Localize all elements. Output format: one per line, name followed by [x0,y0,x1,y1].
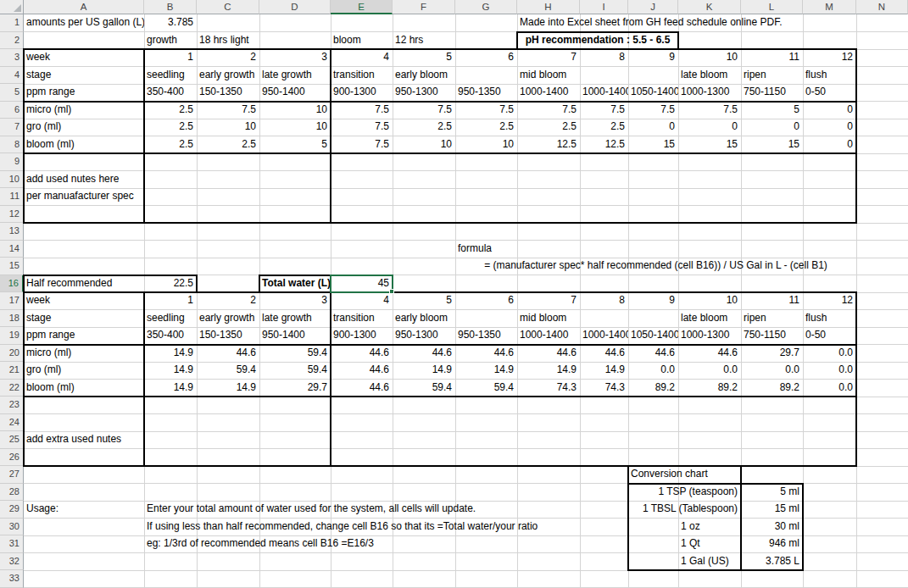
cell-F5[interactable]: 950-1300 [393,84,455,102]
cell-B5[interactable]: 350-400 [144,84,197,102]
cell-H4[interactable]: mid bloom [517,67,580,85]
cell-C8[interactable]: 2.5 [197,136,259,154]
cell-K7[interactable]: 0 [678,119,741,136]
cell-D21[interactable]: 59.4 [259,362,331,380]
cell-L20[interactable]: 29.7 [741,345,803,363]
cell-K32[interactable]: 1 Gal (US) [678,553,741,571]
col-header-D[interactable]: D [259,0,331,14]
row-header-26[interactable]: 26 [0,449,24,467]
row-header-28[interactable]: 28 [0,484,24,502]
cell-L31[interactable]: 946 ml [741,535,803,553]
row-header-22[interactable]: 22 [0,380,24,397]
row-header-7[interactable]: 7 [0,119,24,136]
cell-E6[interactable]: 7.5 [331,102,393,119]
cell-M18[interactable]: flush [803,310,856,328]
cell-K21[interactable]: 0.0 [678,362,741,380]
cell-L30[interactable]: 30 ml [741,519,803,536]
cell-C3[interactable]: 2 [197,49,259,67]
cell-M22[interactable]: 0.0 [803,380,856,397]
cell-D5[interactable]: 950-1400 [259,84,331,102]
row-header-9[interactable]: 9 [0,153,24,171]
cell-J22[interactable]: 89.2 [628,380,678,397]
cell-J8[interactable]: 15 [628,136,678,154]
cell-L5[interactable]: 750-1150 [741,84,803,102]
cell-D22[interactable]: 29.7 [259,380,331,397]
cell-G7[interactable]: 2.5 [455,119,517,136]
cell-M21[interactable]: 0.0 [803,362,856,380]
cell-L21[interactable]: 0.0 [741,362,803,380]
cell-L18[interactable]: ripen [741,310,803,328]
cell-M20[interactable]: 0.0 [803,345,856,363]
cell-G8[interactable]: 10 [455,136,517,154]
cell-L19[interactable]: 750-1150 [741,327,803,345]
cell-L22[interactable]: 89.2 [741,380,803,397]
row-header-13[interactable]: 13 [0,223,24,241]
cell-F6[interactable]: 7.5 [393,102,455,119]
cell-D4[interactable]: late growth [259,67,331,85]
cell-E19[interactable]: 900-1300 [331,327,393,345]
row-header-19[interactable]: 19 [0,327,24,345]
cell-L6[interactable]: 5 [741,102,803,119]
cell-F20[interactable]: 44.6 [393,345,455,363]
cell-H19[interactable]: 1000-1400 [517,327,580,345]
cell-D8[interactable]: 5 [259,136,331,154]
cell-B21[interactable]: 14.9 [144,362,197,380]
cell-E16[interactable]: 45 [331,275,393,293]
cell-A29[interactable]: Usage: [24,501,144,519]
col-header-J[interactable]: J [628,0,678,14]
row-header-21[interactable]: 21 [0,362,24,380]
cell-K20[interactable]: 44.6 [678,345,741,363]
row-header-11[interactable]: 11 [0,188,24,206]
cell-M7[interactable]: 0 [803,119,856,136]
cell-I21[interactable]: 14.9 [580,362,628,380]
cell-C5[interactable]: 150-1350 [197,84,259,102]
cell-D17[interactable]: 3 [259,292,331,310]
cell-D6[interactable]: 10 [259,102,331,119]
col-header-B[interactable]: B [144,0,197,14]
cell-A11[interactable]: per manuafacturer spec [24,188,144,206]
row-header-33[interactable]: 33 [0,570,24,588]
cell-B16[interactable]: 22.5 [144,275,197,293]
cell-H6[interactable]: 7.5 [517,102,580,119]
cell-H18[interactable]: mid bloom [517,310,580,328]
cell-E17[interactable]: 4 [331,292,393,310]
cell-K4[interactable]: late bloom [678,67,741,85]
cell-M5[interactable]: 0-50 [803,84,856,102]
cell-C21[interactable]: 59.4 [197,362,259,380]
row-header-6[interactable]: 6 [0,102,24,119]
cell-J28[interactable]: 1 TSP (teaspoon) [628,484,741,502]
cell-B1[interactable]: 3.785 [144,14,197,32]
cell-E3[interactable]: 4 [331,49,393,67]
cell-K19[interactable]: 1000-1300 [678,327,741,345]
cell-E8[interactable]: 7.5 [331,136,393,154]
cell-K5[interactable]: 1000-1300 [678,84,741,102]
cell-C20[interactable]: 44.6 [197,345,259,363]
cell-J20[interactable]: 44.6 [628,345,678,363]
row-header-24[interactable]: 24 [0,414,24,432]
cell-D18[interactable]: late growth [259,310,331,328]
row-header-12[interactable]: 12 [0,206,24,224]
cell-I7[interactable]: 2.5 [580,119,628,136]
cell-J7[interactable]: 0 [628,119,678,136]
cell-B20[interactable]: 14.9 [144,345,197,363]
cell-C7[interactable]: 10 [197,119,259,136]
cell-H21[interactable]: 14.9 [517,362,580,380]
cell-F2[interactable]: 12 hrs [393,32,455,50]
cell-E21[interactable]: 44.6 [331,362,393,380]
cell-M6[interactable]: 0 [803,102,856,119]
cell-F4[interactable]: early bloom [393,67,455,85]
cell-H20[interactable]: 44.6 [517,345,580,363]
col-header-E[interactable]: E [331,0,393,14]
row-header-16[interactable]: 16 [0,275,24,293]
cell-B6[interactable]: 2.5 [144,102,197,119]
cell-H7[interactable]: 2.5 [517,119,580,136]
cell-G5[interactable]: 950-1350 [455,84,517,102]
cell-D20[interactable]: 59.4 [259,345,331,363]
row-header-1[interactable]: 1 [0,14,24,32]
cell-C22[interactable]: 14.9 [197,380,259,397]
cell-F22[interactable]: 59.4 [393,380,455,397]
cell-M17[interactable]: 12 [803,292,856,310]
cell-A18[interactable]: stage [24,310,144,328]
row-header-31[interactable]: 31 [0,535,24,553]
cell-L8[interactable]: 15 [741,136,803,154]
